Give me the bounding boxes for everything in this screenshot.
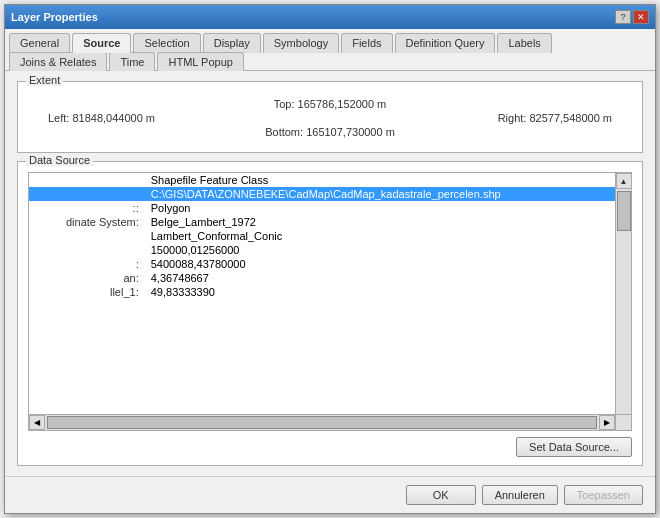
data-table[interactable]: Shapefile Feature ClassC:\GIS\DATA\ZONNE… — [29, 173, 631, 430]
prop-value: Lambert_Conformal_Conic — [147, 229, 615, 243]
tab-definition-query[interactable]: Definition Query — [395, 33, 496, 53]
prop-key: llel_1: — [29, 285, 147, 299]
prop-key: dinate System: — [29, 215, 147, 229]
table-row[interactable]: Shapefile Feature Class — [29, 173, 615, 187]
scroll-left-btn[interactable]: ◀ — [29, 415, 45, 430]
vertical-scrollbar[interactable]: ▲ — [615, 173, 631, 414]
close-button[interactable]: ✕ — [633, 10, 649, 24]
extent-grid: Top: 165786,152000 m Left: 81848,044000 … — [28, 92, 632, 144]
scroll-thumb[interactable] — [617, 191, 631, 231]
data-table-wrapper[interactable]: Shapefile Feature ClassC:\GIS\DATA\ZONNE… — [28, 172, 632, 431]
tab-display[interactable]: Display — [203, 33, 261, 53]
tab-html-popup[interactable]: HTML Popup — [157, 52, 243, 71]
set-data-source-button[interactable]: Set Data Source... — [516, 437, 632, 457]
hscroll-thumb[interactable] — [47, 416, 597, 429]
tab-source[interactable]: Source — [72, 33, 131, 53]
prop-key — [29, 243, 147, 257]
ok-button[interactable]: OK — [406, 485, 476, 505]
prop-value: 5400088,43780000 — [147, 257, 615, 271]
prop-key: an: — [29, 271, 147, 285]
extent-right: Right: 82577,548000 m — [335, 112, 612, 124]
horizontal-scrollbar[interactable]: ◀ ▶ — [29, 414, 615, 430]
scroll-up-btn[interactable]: ▲ — [616, 173, 632, 189]
table-row[interactable]: Lambert_Conformal_Conic — [29, 229, 615, 243]
tab-symbology[interactable]: Symbology — [263, 33, 339, 53]
prop-key — [29, 187, 147, 201]
prop-value: Belge_Lambert_1972 — [147, 215, 615, 229]
extent-section: Extent Top: 165786,152000 m Left: 81848,… — [17, 81, 643, 153]
scrollbar-corner — [615, 414, 631, 430]
prop-key — [29, 229, 147, 243]
layer-properties-window: Layer Properties ? ✕ GeneralSourceSelect… — [4, 4, 656, 514]
title-bar-buttons: ? ✕ — [615, 10, 649, 24]
prop-value: Polygon — [147, 201, 615, 215]
tab-time[interactable]: Time — [109, 52, 155, 71]
table-row[interactable]: ::Polygon — [29, 201, 615, 215]
extent-bottom-value: 165107,730000 m — [306, 126, 395, 138]
prop-key: : — [29, 257, 147, 271]
prop-value: Shapefile Feature Class — [147, 173, 615, 187]
properties-table: Shapefile Feature ClassC:\GIS\DATA\ZONNE… — [29, 173, 615, 299]
extent-bottom-label: Bottom: — [265, 126, 303, 138]
data-source-section: Data Source Shapefile Feature ClassC:\GI… — [17, 161, 643, 466]
table-row[interactable]: an:4,36748667 — [29, 271, 615, 285]
prop-value: C:\GIS\DATA\ZONNEBEKE\CadMap\CadMap_kada… — [147, 187, 615, 201]
apply-button[interactable]: Toepassen — [564, 485, 643, 505]
cancel-button[interactable]: Annuleren — [482, 485, 558, 505]
set-data-btn-row: Set Data Source... — [28, 437, 632, 457]
prop-key: :: — [29, 201, 147, 215]
table-row[interactable]: C:\GIS\DATA\ZONNEBEKE\CadMap\CadMap_kada… — [29, 187, 615, 201]
prop-value: 4,36748667 — [147, 271, 615, 285]
scroll-right-btn[interactable]: ▶ — [599, 415, 615, 430]
window-title: Layer Properties — [11, 11, 98, 23]
main-content: Extent Top: 165786,152000 m Left: 81848,… — [5, 71, 655, 476]
tab-general[interactable]: General — [9, 33, 70, 53]
title-bar: Layer Properties ? ✕ — [5, 5, 655, 29]
table-row[interactable]: llel_1:49,83333390 — [29, 285, 615, 299]
extent-top-label: Top: — [274, 98, 295, 110]
data-source-label: Data Source — [26, 154, 93, 166]
prop-key — [29, 173, 147, 187]
tab-fields[interactable]: Fields — [341, 33, 392, 53]
tab-joins---relates[interactable]: Joins & Relates — [9, 52, 107, 71]
help-button[interactable]: ? — [615, 10, 631, 24]
tab-selection[interactable]: Selection — [133, 33, 200, 53]
extent-left-label: Left: 81848,044000 m — [48, 112, 155, 124]
extent-top-value: 165786,152000 m — [298, 98, 387, 110]
extent-label: Extent — [26, 74, 63, 86]
tabs-container: GeneralSourceSelectionDisplaySymbologyFi… — [5, 29, 655, 71]
table-row[interactable]: :5400088,43780000 — [29, 257, 615, 271]
extent-right-label: Right: 82577,548000 m — [498, 112, 612, 124]
tab-labels[interactable]: Labels — [497, 33, 551, 53]
extent-left: Left: 81848,044000 m — [48, 112, 325, 124]
extent-bottom: Bottom: 165107,730000 m — [48, 126, 612, 138]
footer: OK Annuleren Toepassen — [5, 476, 655, 513]
table-row[interactable]: dinate System:Belge_Lambert_1972 — [29, 215, 615, 229]
table-row[interactable]: 150000,01256000 — [29, 243, 615, 257]
extent-top: Top: 165786,152000 m — [48, 98, 612, 110]
prop-value: 150000,01256000 — [147, 243, 615, 257]
prop-value: 49,83333390 — [147, 285, 615, 299]
